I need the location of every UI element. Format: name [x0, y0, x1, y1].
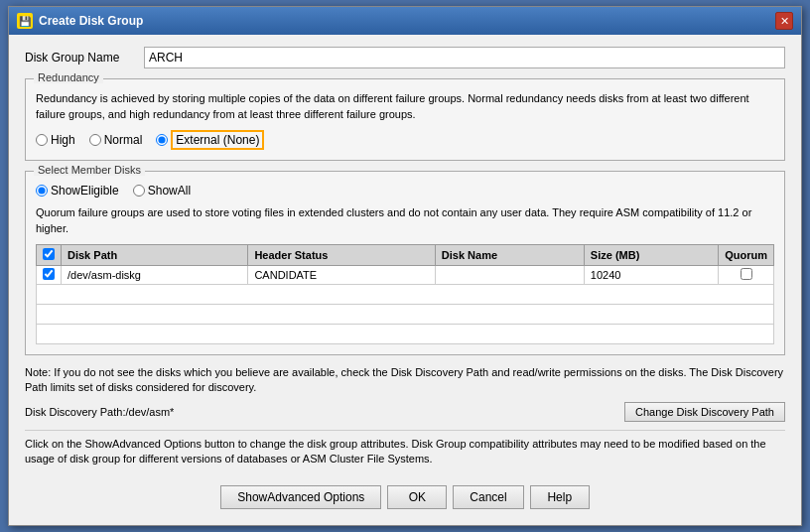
quorum-text: Quorum failure groups are used to store … — [36, 205, 774, 236]
create-disk-group-window: 💾 Create Disk Group ✕ Disk Group Name Re… — [8, 6, 802, 525]
disk-group-name-input[interactable] — [144, 47, 785, 68]
show-advanced-button[interactable]: ShowAdvanced Options — [220, 485, 381, 509]
row-disk-name — [435, 266, 584, 285]
titlebar-left: 💾 Create Disk Group — [17, 13, 143, 29]
row-size-mb: 10240 — [584, 266, 718, 285]
radio-external-label: External (None) — [171, 130, 264, 150]
col-header-header-status: Header Status — [248, 245, 435, 266]
ok-button[interactable]: OK — [387, 485, 447, 509]
row-disk-path: /dev/asm-diskg — [62, 266, 248, 285]
row-checkbox[interactable] — [43, 268, 55, 280]
dialog-content: Disk Group Name Redundancy Redundancy is… — [9, 35, 801, 524]
button-row: ShowAdvanced Options OK Cancel Help — [25, 477, 785, 513]
col-header-check — [37, 245, 62, 266]
radio-high-input[interactable] — [36, 134, 48, 146]
radio-normal-label: Normal — [104, 133, 143, 147]
show-eligible-item: ShowEligible — [36, 184, 119, 198]
col-header-quorum: Quorum — [719, 245, 774, 266]
disk-group-name-row: Disk Group Name — [25, 47, 785, 68]
radio-normal: Normal — [89, 133, 143, 147]
row-quorum-checkbox[interactable] — [741, 268, 752, 280]
member-disks-group: Select Member Disks ShowEligible ShowAll… — [25, 171, 785, 355]
col-header-size-mb: Size (MB) — [584, 245, 718, 266]
empty-row-1 — [37, 285, 774, 305]
note-text: Note: If you do not see the disks which … — [25, 365, 785, 396]
close-button[interactable]: ✕ — [775, 12, 793, 30]
window-icon: 💾 — [17, 13, 33, 29]
radio-external: External (None) — [156, 130, 264, 150]
radio-external-input[interactable] — [156, 134, 168, 146]
redundancy-content: Redundancy is achieved by storing multip… — [36, 91, 774, 150]
table-row: /dev/asm-diskg CANDIDATE 10240 — [37, 266, 774, 285]
redundancy-title: Redundancy — [34, 71, 103, 83]
empty-row-3 — [37, 325, 774, 344]
show-eligible-radio[interactable] — [36, 185, 48, 197]
col-header-disk-path: Disk Path — [62, 245, 248, 266]
row-checkbox-cell — [37, 266, 62, 285]
row-header-status: CANDIDATE — [248, 266, 435, 285]
change-discovery-path-button[interactable]: Change Disk Discovery Path — [624, 402, 785, 422]
row-quorum-cell — [719, 266, 774, 285]
titlebar: 💾 Create Disk Group ✕ — [9, 7, 801, 35]
member-disks-content: ShowEligible ShowAll Quorum failure grou… — [36, 184, 774, 344]
disk-table: Disk Path Header Status Disk Name Size (… — [36, 244, 774, 344]
show-eligible-label: ShowEligible — [51, 184, 119, 198]
empty-row-2 — [37, 305, 774, 325]
select-all-checkbox[interactable] — [43, 248, 55, 260]
discovery-path-label: Disk Discovery Path:/dev/asm* — [25, 406, 174, 418]
redundancy-radio-row: High Normal External (None) — [36, 130, 774, 150]
cancel-button[interactable]: Cancel — [453, 485, 523, 509]
redundancy-description: Redundancy is achieved by storing multip… — [36, 91, 774, 122]
member-disks-title: Select Member Disks — [34, 164, 145, 176]
help-button[interactable]: Help — [530, 485, 590, 509]
show-all-label: ShowAll — [148, 184, 191, 198]
bottom-note-text: Click on the ShowAdvanced Options button… — [25, 437, 785, 467]
radio-high: High — [36, 133, 75, 147]
show-all-item: ShowAll — [133, 184, 191, 198]
show-all-radio[interactable] — [133, 185, 145, 197]
window-title: Create Disk Group — [39, 14, 143, 28]
col-header-disk-name: Disk Name — [435, 245, 584, 266]
show-options-row: ShowEligible ShowAll — [36, 184, 774, 198]
separator — [25, 430, 785, 431]
redundancy-group: Redundancy Redundancy is achieved by sto… — [25, 78, 785, 161]
radio-high-label: High — [51, 133, 75, 147]
radio-normal-input[interactable] — [89, 134, 101, 146]
disk-group-name-label: Disk Group Name — [25, 51, 144, 65]
discovery-path-row: Disk Discovery Path:/dev/asm* Change Dis… — [25, 402, 785, 422]
